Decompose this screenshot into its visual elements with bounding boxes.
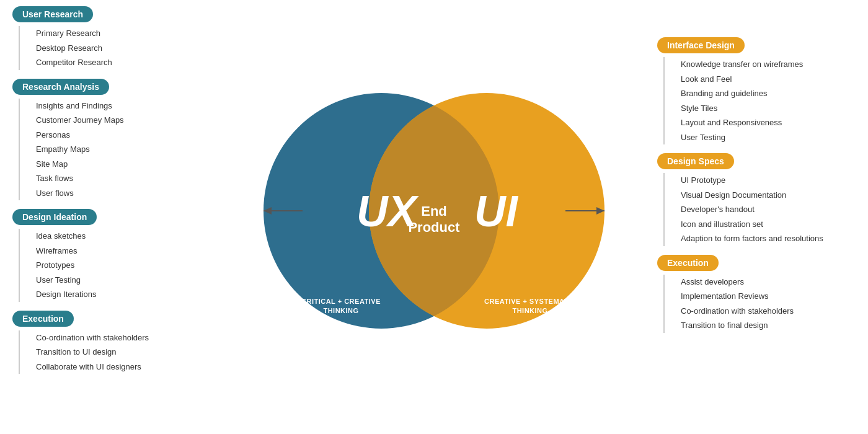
section-group-design-ideation: Design IdeationIdea sketchesWireframesPr… [12, 209, 180, 302]
section-group-design-specs: Design SpecsUI PrototypeVisual Design Do… [657, 153, 856, 246]
list-item: Primary Research [31, 26, 180, 41]
section-items-user-research: Primary ResearchDesktop ResearchCompetit… [19, 26, 180, 70]
list-item: Design Iterations [31, 287, 180, 302]
list-item: Insights and Findings [31, 99, 180, 113]
section-badge-user-research: User Research [12, 6, 93, 22]
section-group-user-research: User ResearchPrimary ResearchDesktop Res… [12, 6, 180, 70]
list-item: Visual Design Documentation [676, 188, 856, 203]
list-item: Adaption to form factors and resolutions [676, 231, 856, 246]
list-item: Icon and illustration set [676, 217, 856, 232]
left-panel: User ResearchPrimary ResearchDesktop Res… [12, 6, 180, 383]
section-badge-execution-left: Execution [12, 311, 74, 327]
right-panel: Interface DesignKnowledge transfer on wi… [657, 37, 856, 342]
svg-text:THINKING: THINKING [323, 307, 358, 314]
list-item: User Testing [31, 273, 180, 288]
section-items-design-ideation: Idea sketchesWireframesPrototypesUser Te… [19, 229, 180, 302]
list-item: Transition to UI design [31, 345, 180, 360]
section-items-execution-right: Assist developersImplementation ReviewsC… [663, 275, 856, 333]
list-item: Style Tiles [676, 101, 856, 116]
list-item: Empathy Maps [31, 142, 180, 157]
list-item: Site Map [31, 157, 180, 172]
section-items-research-analysis: Insights and FindingsCustomer Journey Ma… [19, 99, 180, 201]
list-item: Assist developers [676, 275, 856, 290]
list-item: Idea sketches [31, 229, 180, 244]
list-item: Personas [31, 128, 180, 143]
section-group-interface-design: Interface DesignKnowledge transfer on wi… [657, 37, 856, 144]
list-item: User Testing [676, 130, 856, 145]
section-badge-design-specs: Design Specs [657, 153, 734, 169]
section-items-design-specs: UI PrototypeVisual Design DocumentationD… [663, 173, 856, 246]
list-item: Competitor Research [31, 55, 180, 70]
section-items-execution-left: Co-ordination with stakeholdersTransitio… [19, 330, 180, 374]
list-item: Branding and guidelines [676, 86, 856, 101]
list-item: Co-ordination with stakeholders [31, 330, 180, 345]
list-item: Developer's handout [676, 202, 856, 217]
list-item: Transition to final design [676, 318, 856, 333]
list-item: UI Prototype [676, 173, 856, 188]
page-container: User ResearchPrimary ResearchDesktop Res… [0, 0, 868, 434]
list-item: Wireframes [31, 244, 180, 259]
list-item: Collaborate with UI designers [31, 360, 180, 374]
list-item: Knowledge transfer on wireframes [676, 57, 856, 72]
section-items-interface-design: Knowledge transfer on wireframesLook and… [663, 57, 856, 144]
svg-text:CREATIVE + SYSTEMATIC: CREATIVE + SYSTEMATIC [484, 298, 576, 305]
venn-diagram: UX UI CRITICAL + CREATIVE THINKING CREAT… [248, 37, 620, 397]
list-item: Co-ordination with stakeholders [676, 304, 856, 319]
svg-text:Product: Product [408, 219, 460, 235]
section-badge-interface-design: Interface Design [657, 37, 745, 53]
venn-svg: UX UI CRITICAL + CREATIVE THINKING CREAT… [260, 56, 608, 378]
section-group-research-analysis: Research AnalysisInsights and FindingsCu… [12, 79, 180, 201]
list-item: Look and Feel [676, 72, 856, 87]
section-group-execution-left: ExecutionCo-ordination with stakeholders… [12, 311, 180, 374]
list-item: Prototypes [31, 258, 180, 273]
section-badge-research-analysis: Research Analysis [12, 79, 109, 95]
list-item: Layout and Responsiveness [676, 115, 856, 130]
svg-text:End: End [421, 203, 447, 219]
section-badge-execution-right: Execution [657, 255, 719, 271]
list-item: Implementation Reviews [676, 289, 856, 304]
list-item: User flows [31, 186, 180, 201]
list-item: Desktop Research [31, 41, 180, 56]
section-group-execution-right: ExecutionAssist developersImplementation… [657, 255, 856, 333]
section-badge-design-ideation: Design Ideation [12, 209, 97, 225]
list-item: Task flows [31, 171, 180, 186]
list-item: Customer Journey Maps [31, 113, 180, 128]
svg-text:CRITICAL + CREATIVE: CRITICAL + CREATIVE [301, 298, 381, 305]
svg-text:UI: UI [474, 187, 519, 236]
svg-text:THINKING: THINKING [512, 307, 547, 314]
